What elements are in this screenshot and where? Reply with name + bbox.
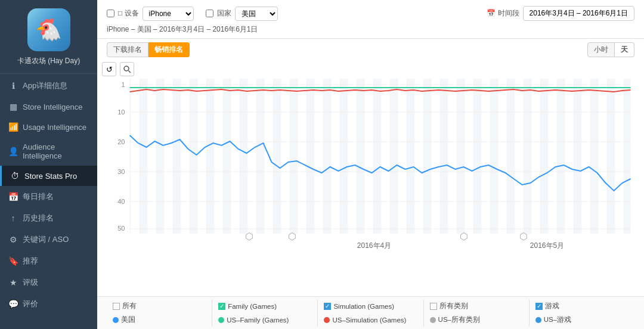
legend-label: Family (Games) — [228, 303, 277, 310]
country-control: 国家 美国 中国 — [206, 7, 278, 21]
legend-checkbox-simulation-games[interactable]: ✓ — [324, 303, 331, 310]
reset-zoom-button[interactable]: ↺ — [102, 62, 116, 76]
sidebar-label: App详细信息 — [23, 80, 67, 91]
chart-controls: 下载排名 畅销排名 小时 天 — [97, 39, 644, 57]
sidebar-item-rating[interactable]: ★ 评级 — [0, 272, 97, 293]
sidebar: 🐔 卡通农场 (Hay Day) ℹ App详细信息 ▦ Store Intel… — [0, 0, 97, 329]
svg-text:2016年5月: 2016年5月 — [530, 241, 564, 250]
chart-toolbar: ↺ — [102, 60, 634, 79]
legend-family-games[interactable]: ✓ Family (Games) — [212, 299, 318, 313]
legend-dot-us-games — [535, 317, 541, 323]
comment-icon: 💬 — [8, 299, 18, 309]
sidebar-item-store-stats-pro[interactable]: ⏱ Store Stats Pro — [0, 166, 97, 186]
device-checkbox[interactable] — [107, 10, 114, 17]
legend-label: 游戏 — [545, 302, 559, 311]
sidebar-label: 历史排名 — [23, 213, 54, 224]
legend-checkbox-all[interactable] — [113, 303, 120, 310]
sidebar-label: Store Stats Pro — [24, 172, 77, 181]
svg-text:20: 20 — [117, 138, 125, 145]
time-label: 📅 时间段 — [487, 8, 519, 18]
country-checkbox[interactable] — [206, 10, 213, 17]
legend-dot-us-family — [218, 317, 224, 323]
sidebar-item-recommend[interactable]: 🔖 推荐 — [0, 250, 97, 272]
sidebar-label: 每日排名 — [23, 191, 54, 202]
device-label: □ 设备 — [107, 8, 139, 18]
time-day-button[interactable]: 天 — [615, 42, 634, 57]
info-icon: ℹ — [8, 81, 18, 91]
svg-text:1: 1 — [121, 81, 125, 88]
legend-checkbox-games[interactable]: ✓ — [535, 303, 543, 310]
app-logo: 🐔 — [27, 8, 70, 51]
sidebar-label: 评价 — [23, 299, 38, 309]
zoom-icon — [123, 65, 131, 73]
legend-label: Simulation (Games) — [333, 303, 394, 310]
store-icon: ▦ — [8, 102, 18, 111]
main-content: □ 设备 iPhone iPad 国家 美国 中国 📅 时间段 2016年3月4… — [97, 0, 644, 329]
app-logo-area: 🐔 卡通农场 (Hay Day) — [0, 0, 97, 72]
sidebar-item-usage-intelligence[interactable]: 📶 Usage Intelligence — [0, 117, 97, 137]
legend-us[interactable]: 美国 — [107, 313, 212, 327]
tab-bestseller[interactable]: 畅销排名 — [148, 42, 190, 57]
zoom-button[interactable] — [120, 62, 134, 76]
sidebar-item-audience-intelligence[interactable]: 👤 Audience Intelligence — [0, 137, 97, 166]
legend-checkbox-family-games[interactable]: ✓ — [218, 303, 225, 310]
sidebar-label: 关键词 / ASO — [23, 234, 69, 245]
sidebar-divider — [0, 73, 97, 74]
legend-label: 所有 — [122, 302, 137, 311]
legend-label: US–Family (Games) — [227, 316, 289, 324]
time-hour-button[interactable]: 小时 — [587, 42, 615, 57]
calendar-icon: 📅 — [8, 192, 18, 201]
legend-us-simulation-games[interactable]: US–Simulation (Games) — [318, 313, 423, 327]
legend-all[interactable]: 所有 — [107, 299, 212, 313]
legend-games[interactable]: ✓ 游戏 — [530, 299, 634, 313]
svg-point-0 — [124, 66, 129, 71]
legend-row-2: 美国 US–Family (Games) US–Simulation (Game… — [107, 313, 634, 327]
legend-dot-us-simulation — [324, 317, 330, 323]
chart-tab-group: 下载排名 畅销排名 — [107, 42, 190, 57]
date-range-button[interactable]: 2016年3月4日 – 2016年6月1日 — [523, 6, 634, 21]
time-group: 小时 天 — [587, 42, 634, 57]
legend-dot-us — [113, 317, 119, 323]
tab-download[interactable]: 下载排名 — [107, 42, 148, 57]
svg-text:2016年4月: 2016年4月 — [357, 241, 391, 250]
star-icon: ★ — [8, 278, 18, 287]
legend-us-family-games[interactable]: US–Family (Games) — [212, 313, 318, 327]
sidebar-item-history-rank[interactable]: ↑ 历史排名 — [0, 207, 97, 229]
legend-label: US–Simulation (Games) — [332, 316, 406, 324]
legend-checkbox-all-category[interactable] — [430, 303, 437, 310]
audience-icon: 👤 — [8, 147, 18, 156]
country-label: 国家 — [206, 8, 231, 18]
legend-us-games[interactable]: US–游戏 — [530, 313, 634, 327]
legend-simulation-games[interactable]: ✓ Simulation (Games) — [318, 299, 423, 313]
recommend-icon: 🔖 — [8, 256, 18, 266]
app-name: 卡通农场 (Hay Day) — [17, 56, 80, 66]
sidebar-item-store-intelligence[interactable]: ▦ Store Intelligence — [0, 97, 97, 117]
sidebar-label: 推荐 — [23, 256, 38, 266]
date-range-area: 📅 时间段 2016年3月4日 – 2016年6月1日 — [487, 6, 634, 21]
svg-text:⬡: ⬡ — [245, 231, 253, 241]
subtitle: iPhone – 美国 – 2016年3月4日 – 2016年6月1日 — [107, 24, 634, 35]
country-select[interactable]: 美国 中国 — [235, 7, 278, 21]
sidebar-item-app-detail[interactable]: ℹ App详细信息 — [0, 75, 97, 97]
legend-all-category[interactable]: 所有类别 — [424, 299, 530, 313]
svg-text:⬡: ⬡ — [288, 231, 296, 241]
legend-area: 所有 ✓ Family (Games) ✓ Simulation (Games)… — [97, 296, 644, 329]
legend-row-1: 所有 ✓ Family (Games) ✓ Simulation (Games)… — [107, 299, 634, 313]
keyword-icon: ⚙ — [8, 235, 18, 244]
svg-text:50: 50 — [117, 225, 125, 232]
legend-label: US–所有类别 — [438, 315, 480, 324]
device-select[interactable]: iPhone iPad — [143, 7, 194, 21]
legend-us-all-category[interactable]: US–所有类别 — [424, 313, 530, 327]
sidebar-item-daily-rank[interactable]: 📅 每日排名 — [0, 186, 97, 207]
main-chart: 1 10 20 30 40 50 App Annie STORE STATS ⬡ — [102, 79, 634, 252]
svg-text:30: 30 — [117, 168, 125, 175]
svg-line-1 — [129, 71, 131, 73]
legend-label: US–游戏 — [544, 315, 571, 324]
history-icon: ↑ — [8, 213, 18, 223]
svg-text:⬡: ⬡ — [460, 231, 468, 241]
usage-icon: 📶 — [8, 122, 18, 132]
sidebar-item-keyword-aso[interactable]: ⚙ 关键词 / ASO — [0, 229, 97, 250]
sidebar-item-review[interactable]: 💬 评价 — [0, 293, 97, 315]
legend-label: 美国 — [121, 315, 135, 324]
top-bar: □ 设备 iPhone iPad 国家 美国 中国 📅 时间段 2016年3月4… — [97, 0, 644, 39]
